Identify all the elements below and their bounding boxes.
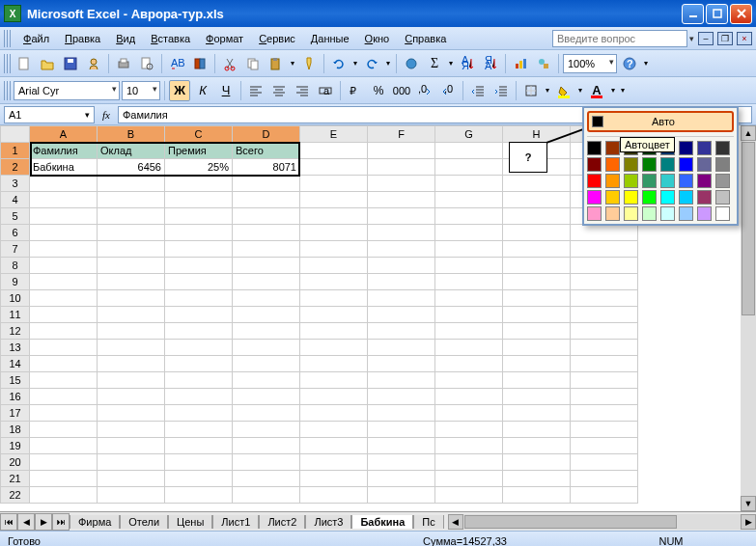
color-swatch[interactable] [660, 190, 675, 205]
cell-G2[interactable] [435, 159, 503, 176]
cell-B3[interactable] [98, 176, 165, 192]
research-button[interactable] [189, 53, 210, 74]
align-left-button[interactable] [245, 80, 266, 101]
undo-button[interactable] [328, 53, 350, 74]
color-swatch[interactable] [587, 157, 602, 172]
row-header-11[interactable]: 11 [1, 307, 30, 323]
cell-E18[interactable] [300, 422, 368, 438]
cell-D1[interactable]: Всего [233, 143, 300, 159]
menu-окно[interactable]: Окно [357, 31, 398, 46]
align-center-button[interactable] [268, 80, 290, 101]
cell-D13[interactable] [233, 340, 300, 356]
cell-C2[interactable]: 25% [165, 159, 233, 176]
menu-формат[interactable]: Формат [198, 31, 251, 46]
cell-C12[interactable] [165, 323, 233, 340]
cell-G5[interactable] [435, 208, 503, 225]
color-swatch[interactable] [605, 174, 620, 188]
cell-D19[interactable] [233, 438, 300, 454]
underline-button[interactable]: Ч [215, 80, 237, 101]
cell-G7[interactable] [435, 241, 503, 258]
column-header-H[interactable]: H [503, 126, 571, 143]
cell-I13[interactable] [571, 340, 638, 356]
cell-E7[interactable] [300, 241, 368, 258]
open-button[interactable] [37, 53, 58, 74]
cell-I14[interactable] [571, 356, 638, 372]
row-header-17[interactable]: 17 [1, 405, 30, 422]
cell-B19[interactable] [98, 438, 165, 454]
decrease-decimal-button[interactable]: ,0 [437, 80, 459, 101]
scroll-thumb[interactable] [464, 515, 677, 529]
color-swatch[interactable] [587, 190, 602, 205]
cell-E6[interactable] [300, 225, 368, 241]
cell-B17[interactable] [98, 405, 165, 422]
font-color-button[interactable]: А [586, 80, 607, 101]
cell-I9[interactable] [571, 274, 638, 290]
menu-вставка[interactable]: Вставка [143, 31, 198, 46]
sheet-tab-Лист3[interactable]: Лист3 [305, 515, 351, 529]
cell-G17[interactable] [435, 405, 503, 422]
cell-I20[interactable] [571, 454, 638, 471]
cell-F14[interactable] [368, 356, 435, 372]
menu-справка[interactable]: Справка [397, 31, 454, 46]
comma-button[interactable]: 000 [391, 80, 412, 101]
cell-C20[interactable] [165, 454, 233, 471]
row-header-20[interactable]: 20 [1, 454, 30, 471]
cell-H16[interactable] [503, 389, 571, 405]
color-swatch[interactable] [624, 190, 638, 205]
mdi-minimize-button[interactable]: – [698, 32, 714, 45]
cell-B21[interactable] [98, 471, 165, 487]
color-swatch[interactable] [605, 157, 620, 172]
cell-A2[interactable]: Бабкина [30, 159, 98, 176]
cell-A4[interactable] [30, 192, 98, 208]
cell-E12[interactable] [300, 323, 368, 340]
cell-D7[interactable] [233, 241, 300, 258]
cell-B6[interactable] [98, 225, 165, 241]
row-header-9[interactable]: 9 [1, 274, 30, 290]
cell-B14[interactable] [98, 356, 165, 372]
cell-C6[interactable] [165, 225, 233, 241]
cell-D12[interactable] [233, 323, 300, 340]
increase-decimal-button[interactable]: ,0 [414, 80, 435, 101]
horizontal-scrollbar[interactable]: ◀ ▶ [448, 514, 756, 530]
cell-G11[interactable] [435, 307, 503, 323]
row-header-21[interactable]: 21 [1, 471, 30, 487]
row-header-14[interactable]: 14 [1, 356, 30, 372]
cell-H6[interactable] [503, 225, 571, 241]
cell-D5[interactable] [233, 208, 300, 225]
cell-D14[interactable] [233, 356, 300, 372]
cell-A18[interactable] [30, 422, 98, 438]
cell-F12[interactable] [368, 323, 435, 340]
row-header-3[interactable]: 3 [1, 176, 30, 192]
cell-B10[interactable] [98, 290, 165, 307]
scroll-up-button[interactable]: ▲ [741, 125, 756, 141]
color-swatch[interactable] [679, 206, 693, 221]
cell-B8[interactable] [98, 258, 165, 274]
row-header-1[interactable]: 1 [1, 143, 30, 159]
cell-G20[interactable] [435, 454, 503, 471]
color-swatch[interactable] [715, 141, 730, 155]
fill-color-dropdown[interactable]: ▾ [576, 86, 584, 95]
auto-color-button[interactable]: Авто [587, 111, 734, 132]
menu-правка[interactable]: Правка [57, 31, 108, 46]
cell-G1[interactable] [435, 143, 503, 159]
cell-A17[interactable] [30, 405, 98, 422]
cell-C7[interactable] [165, 241, 233, 258]
cell-C3[interactable] [165, 176, 233, 192]
sort-desc-button[interactable]: ЯА [480, 53, 501, 74]
cell-H8[interactable] [503, 258, 571, 274]
cell-A7[interactable] [30, 241, 98, 258]
cell-H5[interactable] [503, 208, 571, 225]
column-header-G[interactable]: G [435, 126, 503, 143]
paste-dropdown[interactable]: ▾ [289, 59, 296, 68]
hyperlink-button[interactable] [401, 53, 422, 74]
cell-G18[interactable] [435, 422, 503, 438]
cell-D15[interactable] [233, 372, 300, 389]
cut-button[interactable] [219, 53, 240, 74]
cell-I11[interactable] [571, 307, 638, 323]
cell-C14[interactable] [165, 356, 233, 372]
scroll-thumb[interactable] [742, 142, 755, 315]
chart-wizard-button[interactable] [510, 53, 531, 74]
cell-H9[interactable] [503, 274, 571, 290]
cell-F1[interactable] [368, 143, 435, 159]
row-header-4[interactable]: 4 [1, 192, 30, 208]
